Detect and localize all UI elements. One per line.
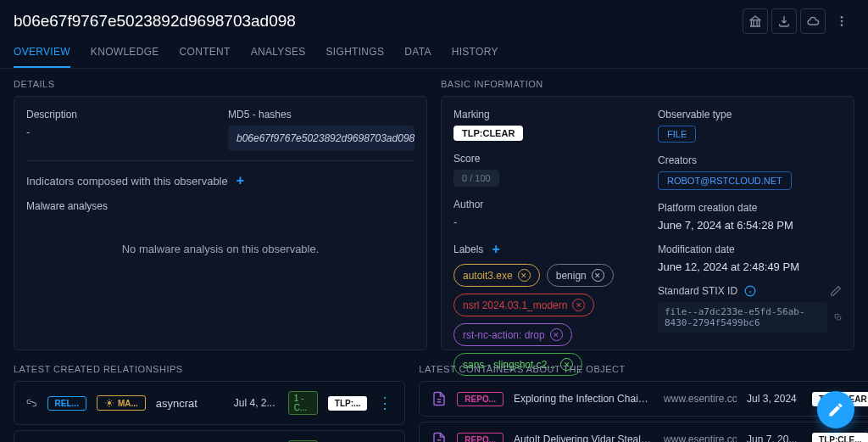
score-label: Score [453,153,637,165]
remove-label-icon[interactable]: ✕ [518,269,531,282]
add-label-button[interactable]: + [492,242,499,257]
rel-badge: REL... [47,396,86,411]
marking-label: Marking [453,109,637,120]
container-date: Jul 3, 2024 [747,393,802,405]
label-chip[interactable]: rst-nc-action: drop✕ [453,323,572,346]
tab-data[interactable]: DATA [404,37,431,68]
nav-tabs: OVERVIEW KNOWLEDGE CONTENT ANALYSES SIGH… [0,37,868,69]
svg-point-1 [841,20,843,23]
svg-point-0 [841,16,843,19]
document-icon [431,391,447,406]
repo-badge: REPO... [457,392,504,406]
container-source: www.esentire.com [664,393,737,405]
creator-chip[interactable]: ROBOT@RSTCLOUD.NET [658,171,792,190]
tlp-badge: TLP:CLE... [812,433,868,443]
score-chip: 0 / 100 [453,170,499,187]
indicators-label: Indicators composed with this observable [26,175,228,187]
md5-hash-box: b06e67f9767e5023892d9698703ad098 [228,126,415,151]
created-label: Platform creation date [658,202,842,214]
remove-label-icon[interactable]: ✕ [592,269,604,282]
relationship-row[interactable]: REL... MA... vidar_stealer Jun 7, 2... 1… [14,430,405,442]
label-chip[interactable]: benign✕ [547,264,614,287]
tab-content[interactable]: CONTENT [180,37,231,68]
svg-point-2 [841,24,843,26]
copy-stix-icon[interactable] [834,311,842,323]
description-value: - [26,126,208,138]
marking-chip[interactable]: TLP:CLEAR [453,126,523,141]
created-value: June 7, 2024 at 6:54:28 PM [658,219,842,232]
rel-name: asyncrat [156,397,224,410]
tlp-badge: TLP:... [328,396,368,411]
download-icon-button[interactable] [771,8,797,34]
stix-value: file--a7dc233e-e5fd-56ab-8430-2794f5499b… [658,302,827,333]
type-label: Observable type [658,109,842,120]
container-title: AutoIt Delivering Vidar Stealer Via Dr..… [514,434,654,442]
creators-label: Creators [658,154,842,166]
edit-stix-icon[interactable] [830,285,842,297]
stix-label: Standard STIX ID [658,285,737,297]
label-chip[interactable]: autoit3.exe✕ [453,264,540,287]
page-title: b06e67f9767e5023892d9698703ad098 [14,12,296,31]
info-icon[interactable] [744,285,756,297]
container-row[interactable]: REPO... AutoIt Delivering Vidar Stealer … [419,422,868,442]
md5-label: MD5 - hashes [228,109,415,120]
malware-label: Malware analyses [26,200,415,212]
svg-rect-5 [837,316,840,320]
author-value: - [453,215,637,228]
modified-value: June 12, 2024 at 2:48:49 PM [658,260,842,273]
tab-sightings[interactable]: SIGHTINGS [326,37,385,68]
basic-heading: BASIC INFORMATION [441,69,854,96]
tab-history[interactable]: HISTORY [452,37,498,68]
containers-heading: LATEST CONTAINERS ABOUT THE OBJECT [419,354,868,381]
more-icon-button[interactable] [829,8,854,34]
container-title: Exploring the Infection Chain: Screen... [514,393,654,405]
relation-icon [26,395,37,411]
container-row[interactable]: REPO... Exploring the Infection Chain: S… [419,381,868,417]
remove-label-icon[interactable]: ✕ [550,328,563,341]
container-date: Jun 7, 20... [747,434,802,442]
bank-icon-button[interactable] [743,8,768,34]
add-indicator-button[interactable]: + [236,173,244,188]
container-source: www.esentire.com [664,434,737,442]
cloud-icon-button[interactable] [800,8,826,34]
repo-badge: REPO... [457,433,504,443]
confidence-badge: 1 - C... [288,391,318,415]
relationships-heading: LATEST CREATED RELATIONSHIPS [14,354,405,381]
author-label: Author [453,199,637,210]
tab-overview[interactable]: OVERVIEW [14,37,70,68]
description-label: Description [26,109,208,120]
header-actions [743,8,854,34]
modified-label: Modification date [658,243,842,255]
details-panel: Description - MD5 - hashes b06e67f9767e5… [14,96,427,350]
tab-knowledge[interactable]: KNOWLEDGE [91,37,159,68]
relationship-row[interactable]: REL... MA... asyncrat Jul 4, 2... 1 - C.… [14,381,405,425]
label-chip[interactable]: nsrl 2024.03.1_modern✕ [453,294,594,316]
row-more-icon[interactable]: ⋮ [377,394,392,412]
document-icon [431,432,447,442]
type-chip[interactable]: FILE [658,126,696,143]
md5-value: b06e67f9767e5023892d9698703ad098 [236,132,415,144]
no-malware-text: No malware analysis on this observable. [26,217,415,281]
tab-analyses[interactable]: ANALYSES [251,37,306,68]
svg-point-6 [108,401,111,405]
remove-label-icon[interactable]: ✕ [572,299,585,311]
basic-panel: Marking TLP:CLEAR Score 0 / 100 Author -… [441,96,854,350]
edit-fab-button[interactable] [817,391,854,428]
type-badge: MA... [97,395,146,411]
labels-label: Labels [453,243,483,255]
rel-date: Jul 4, 2... [234,397,278,409]
details-heading: DETAILS [14,69,427,96]
